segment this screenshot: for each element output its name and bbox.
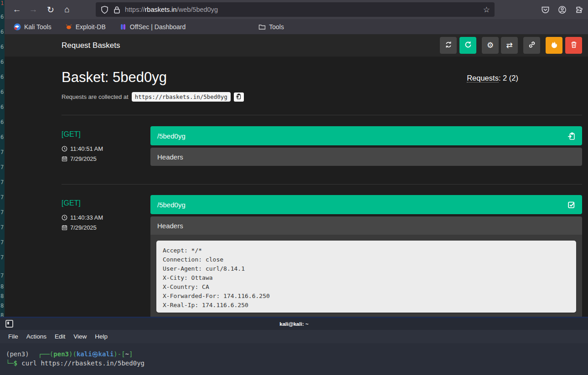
- forward-button[interactable]: →: [26, 0, 40, 19]
- terminal-menubar: File Actions Edit View Help: [0, 330, 588, 343]
- strip-digit: 6: [0, 14, 4, 20]
- menu-actions[interactable]: Actions: [26, 333, 46, 340]
- terminal-content[interactable]: (pen3)┌──(pen3)(kali㉿kali)-[~] └─$curl h…: [0, 343, 588, 368]
- strip-digit: 7: [0, 239, 4, 246]
- divider: [62, 115, 582, 115]
- strip-digit: 8: [0, 293, 4, 299]
- headers-label: Headers: [157, 222, 183, 230]
- prompt-decoration: )(: [69, 350, 77, 358]
- requests-count-link[interactable]: Requests: [467, 74, 499, 82]
- header-line: X-Real-Ip: 174.116.6.250: [163, 301, 570, 310]
- prompt-symbol: $: [14, 360, 17, 367]
- prompt-decoration: └─: [6, 360, 14, 367]
- request-date: 7/29/2025: [62, 224, 97, 231]
- menu-help[interactable]: Help: [95, 333, 108, 340]
- bookmark-star-icon[interactable]: ☆: [483, 5, 490, 15]
- desktop: 1 6 6 6 6 6 6 6 6 6 7 7 7 7 7 7 7 7 7 8 …: [0, 0, 588, 375]
- strip-digit: 6: [0, 44, 4, 50]
- request-date: 7/29/2025: [62, 155, 97, 162]
- request-path-bar[interactable]: /5bed0yg: [150, 195, 582, 214]
- strip-digit: 8: [0, 303, 4, 309]
- copy-basket-url-button[interactable]: [234, 92, 244, 102]
- share-link-button[interactable]: [523, 37, 540, 54]
- prompt-host: kali: [98, 350, 114, 358]
- swap-arrows-icon: ⇄: [506, 41, 512, 50]
- prompt-venv-name: pen3: [53, 350, 69, 358]
- bookmark-exploit-db[interactable]: Exploit-DB: [65, 23, 106, 31]
- bookmark-offsec-dashboard[interactable]: OffSec | Dashboard: [119, 23, 186, 31]
- lock-icon[interactable]: [113, 5, 121, 14]
- home-button[interactable]: ⌂: [60, 0, 74, 19]
- url-path: /web/5bed0yg: [177, 6, 218, 13]
- divider: [62, 184, 582, 185]
- request-path-bar[interactable]: /5bed0yg: [150, 126, 582, 145]
- background-window-strip: 1 6 6 6 6 6 6 6 6 6 7 7 7 7 7 7 7 7 7 8 …: [0, 0, 5, 317]
- clock-icon: [62, 146, 67, 152]
- url-scheme: https://: [125, 6, 145, 13]
- strip-digit: 7: [0, 254, 4, 261]
- tracking-shield-icon[interactable]: [100, 5, 109, 14]
- page-title: Basket: 5bed0yg: [62, 69, 167, 86]
- check-square-icon[interactable]: [567, 201, 575, 209]
- pocket-icon[interactable]: [541, 5, 550, 14]
- collect-text: Requests are collected at: [62, 93, 129, 100]
- copy-request-icon[interactable]: [567, 132, 575, 140]
- header-line: X-Forwarded-For: 174.116.6.250: [163, 292, 570, 301]
- app-title: Request Baskets: [62, 34, 120, 57]
- header-line: Accept: */*: [163, 246, 570, 255]
- menu-view[interactable]: View: [73, 333, 87, 340]
- header-line: X-City: Ottawa: [163, 273, 570, 283]
- bookmark-label: Tools: [269, 23, 284, 31]
- strip-digit: 6: [0, 119, 4, 125]
- url-bar[interactable]: https://rbaskets.in/web/5bed0yg ☆: [96, 2, 495, 17]
- fire-icon: [551, 41, 558, 50]
- offsec-favicon: [119, 23, 127, 31]
- clipboard-copy-icon: [236, 93, 242, 101]
- bookmarks-bar: Kali Tools Exploit-DB OffSec | Dashboard…: [5, 19, 588, 34]
- terminal-window: kali@kali: ~ File Actions Edit View Help…: [0, 317, 588, 375]
- trash-icon: [570, 41, 578, 50]
- prompt-directory: ~: [125, 350, 129, 358]
- folder-icon: [258, 23, 266, 31]
- strip-digit: 6: [0, 59, 4, 65]
- terminal-title: kali@kali: ~: [0, 318, 588, 330]
- request-path: /5bed0yg: [157, 132, 186, 140]
- strip-digit: 7: [0, 149, 4, 155]
- extensions-puzzle-icon[interactable]: [575, 5, 583, 14]
- account-icon[interactable]: [558, 5, 567, 14]
- strip-digit: 6: [0, 104, 4, 110]
- clear-requests-button[interactable]: [546, 37, 562, 54]
- header-line: X-Country: CA: [163, 283, 570, 292]
- menu-file[interactable]: File: [8, 333, 18, 340]
- terminal-titlebar[interactable]: kali@kali: ~: [0, 318, 588, 330]
- sync-icon: [445, 41, 452, 50]
- strip-digit: 8: [0, 283, 4, 290]
- strip-digit: 7: [0, 164, 4, 170]
- calendar-icon: [62, 225, 67, 231]
- header-line: Connection: close: [163, 255, 570, 264]
- refresh-button[interactable]: [459, 37, 476, 54]
- requests-count: Requests: 2 (2): [467, 74, 518, 82]
- clock-icon: [62, 215, 67, 221]
- bookmark-label: Exploit-DB: [76, 23, 106, 31]
- prompt-decoration: ]: [129, 350, 133, 358]
- bookmark-kali-tools[interactable]: Kali Tools: [14, 23, 52, 31]
- gear-icon: ⚙: [487, 41, 494, 50]
- reload-button[interactable]: ↻: [44, 0, 57, 19]
- shared-basket-refresh-button[interactable]: [440, 37, 457, 54]
- header-line: User-Agent: curl/8.14.1: [163, 264, 570, 273]
- requests-count-value: : 2 (2): [499, 74, 518, 82]
- delete-basket-button[interactable]: [565, 37, 582, 54]
- bookmark-label: OffSec | Dashboard: [130, 23, 186, 31]
- strip-digit: 6: [0, 134, 4, 140]
- basket-url-badge: https://rbaskets.in/5bed0yg: [132, 92, 231, 102]
- headers-content: Accept: */* Connection: close User-Agent…: [156, 241, 576, 313]
- strip-digit: 7: [0, 224, 4, 231]
- bookmark-folder-tools[interactable]: Tools: [258, 23, 284, 31]
- back-button[interactable]: ←: [10, 0, 24, 19]
- headers-toggle-bar[interactable]: Headers: [150, 148, 582, 166]
- menu-edit[interactable]: Edit: [55, 333, 65, 340]
- settings-button[interactable]: ⚙: [482, 37, 499, 54]
- headers-toggle-bar[interactable]: Headers: [150, 216, 582, 235]
- responses-button[interactable]: ⇄: [501, 37, 518, 54]
